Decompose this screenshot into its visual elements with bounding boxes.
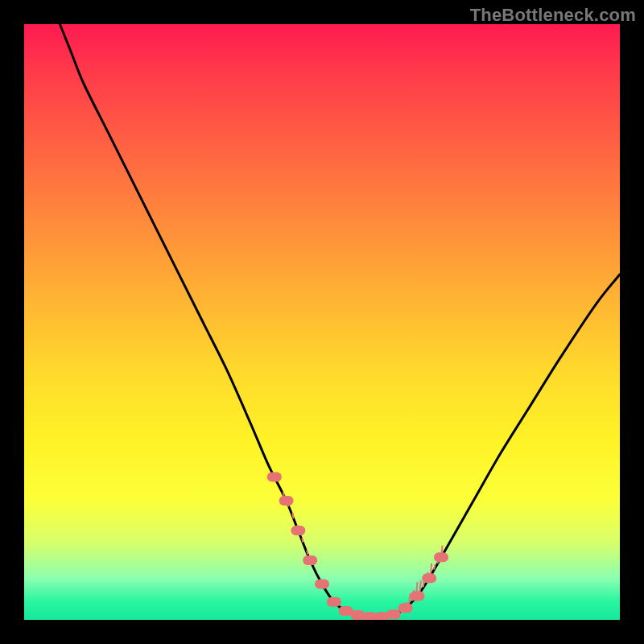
svg-rect-19 bbox=[291, 526, 305, 535]
svg-rect-29 bbox=[410, 591, 424, 601]
svg-rect-28 bbox=[398, 603, 413, 613]
svg-rect-18 bbox=[279, 496, 294, 506]
marker-dots bbox=[267, 472, 448, 620]
svg-line-13 bbox=[292, 513, 293, 518]
svg-rect-30 bbox=[422, 573, 436, 583]
bottleneck-curve bbox=[60, 24, 620, 617]
svg-rect-21 bbox=[315, 580, 329, 589]
svg-rect-27 bbox=[386, 609, 401, 619]
chart-frame: TheBottleneck.com bbox=[0, 0, 644, 644]
svg-rect-22 bbox=[327, 597, 341, 607]
svg-rect-20 bbox=[303, 555, 317, 565]
svg-rect-17 bbox=[267, 472, 282, 481]
svg-rect-31 bbox=[434, 552, 448, 562]
svg-line-15 bbox=[302, 538, 303, 542]
watermark-text: TheBottleneck.com bbox=[470, 5, 636, 26]
svg-line-16 bbox=[307, 550, 308, 554]
plot-area bbox=[24, 24, 620, 620]
svg-line-11 bbox=[283, 492, 284, 496]
overlay-svg bbox=[24, 24, 620, 620]
